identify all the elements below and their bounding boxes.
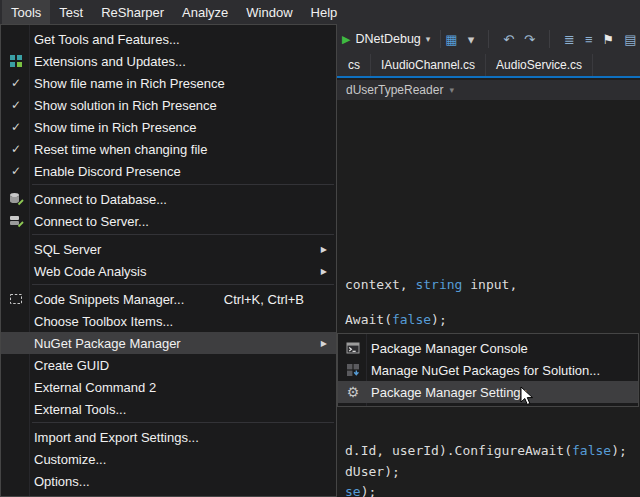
menu-item-label: Options... — [31, 474, 326, 489]
toolbar-icons: ▦▾↶↷≣≡⚑▤ — [445, 30, 636, 48]
menu-item-shortcut: Ctrl+K, Ctrl+B — [224, 292, 304, 307]
debug-dropdown-icon[interactable]: ▦ — [445, 33, 457, 46]
menu-item-label: Show time in Rich Presence — [31, 120, 326, 135]
menu-item-label: Customize... — [31, 452, 326, 467]
checkmark-icon: ✓ — [1, 143, 31, 155]
toolbar-separator — [549, 30, 550, 48]
menu-item-enable-discord-presence[interactable]: ✓Enable Discord Presence — [1, 160, 336, 182]
submenu-item-package-manager-console[interactable]: Package Manager Console — [338, 337, 638, 359]
menu-item-label: Create GUID — [31, 358, 326, 373]
bookmark-window-icon[interactable]: ▤ — [624, 33, 636, 46]
menu-item-label: Enable Discord Presence — [31, 164, 326, 179]
menu-separator — [32, 284, 334, 285]
menu-item-show-file-name-in-rich-presence[interactable]: ✓Show file name in Rich Presence — [1, 72, 336, 94]
comment-icon[interactable]: ≣ — [564, 33, 575, 46]
menu-item-choose-toolbox-items[interactable]: Choose Toolbox Items... — [1, 310, 336, 332]
navigate-forward-icon[interactable]: ↷ — [524, 33, 535, 46]
chevron-down-icon: ▾ — [449, 85, 454, 95]
menu-item-label: Get Tools and Features... — [31, 32, 326, 47]
navbar-member-dropdown[interactable]: dUserTypeReader — [346, 83, 443, 97]
menu-separator — [32, 422, 334, 423]
menu-item-connect-to-database[interactable]: Connect to Database... — [1, 188, 336, 210]
submenu-arrow-icon: ▶ — [321, 245, 327, 254]
toolbar-separator — [440, 30, 441, 48]
tab-audioservice-cs[interactable]: AudioService.cs — [486, 54, 593, 76]
menubar-item-help[interactable]: Help — [302, 0, 347, 24]
console-icon — [338, 341, 368, 355]
menu-item-label: Choose Toolbox Items... — [31, 314, 326, 329]
submenu-item-manage-nuget-packages-for-solution[interactable]: Manage NuGet Packages for Solution... — [338, 359, 638, 381]
menu-item-code-snippets-manager[interactable]: Code Snippets Manager...Ctrl+K, Ctrl+B — [1, 288, 336, 310]
menu-item-show-time-in-rich-presence[interactable]: ✓Show time in Rich Presence — [1, 116, 336, 138]
toolbar-separator — [488, 30, 489, 48]
menubar-item-tools[interactable]: Tools — [2, 0, 50, 24]
menu-item-extensions-and-updates[interactable]: Extensions and Updates... — [1, 50, 336, 72]
extensions-icon — [1, 54, 31, 68]
menu-item-web-code-analysis[interactable]: Web Code Analysis▶ — [1, 260, 336, 282]
menu-item-label: Manage NuGet Packages for Solution... — [368, 363, 628, 378]
nuget-submenu: Package Manager ConsoleManage NuGet Pack… — [337, 333, 639, 407]
uncomment-icon[interactable]: ≡ — [585, 33, 593, 46]
menu-item-label: External Tools... — [31, 402, 326, 417]
menu-item-label: Show solution in Rich Presence — [31, 98, 326, 113]
tools-menu: Get Tools and Features...Extensions and … — [0, 24, 337, 497]
menu-item-external-tools[interactable]: External Tools... — [1, 398, 336, 420]
menu-item-reset-time-when-changing-file[interactable]: ✓Reset time when changing file — [1, 138, 336, 160]
tab-iaudiochannel-cs[interactable]: IAudioChannel.cs — [371, 54, 486, 76]
connect-server-icon — [1, 214, 31, 228]
menubar-item-test[interactable]: Test — [50, 0, 92, 24]
checkmark-icon: ✓ — [1, 121, 31, 133]
menu-item-label: Connect to Database... — [31, 192, 326, 207]
submenu-arrow-icon: ▶ — [321, 339, 327, 348]
menu-item-label: SQL Server — [31, 242, 326, 257]
snippets-icon — [1, 292, 31, 306]
menu-separator — [32, 184, 334, 185]
menu-item-customize[interactable]: Customize... — [1, 448, 336, 470]
menu-item-label: NuGet Package Manager — [31, 336, 326, 351]
menu-item-get-tools-and-features[interactable]: Get Tools and Features... — [1, 28, 336, 50]
menu-item-nuget-package-manager[interactable]: NuGet Package Manager▶ — [1, 332, 336, 354]
tab-cs[interactable]: cs — [338, 54, 371, 76]
menu-item-label: Package Manager Settings — [368, 385, 628, 400]
submenu-item-package-manager-settings[interactable]: ⚙Package Manager Settings — [338, 381, 638, 403]
start-debug-button[interactable]: ▶ DNetDebug ▾ — [342, 32, 430, 46]
bookmark-icon[interactable]: ⚑ — [602, 33, 614, 46]
menubar-item-resharper[interactable]: ReSharper — [92, 0, 173, 24]
menu-item-label: Web Code Analysis — [31, 264, 326, 279]
menu-item-label: Import and Export Settings... — [31, 430, 326, 445]
chevron-down-icon[interactable]: ▾ — [426, 34, 431, 44]
menu-item-sql-server[interactable]: SQL Server▶ — [1, 238, 336, 260]
chevron-down-icon[interactable]: ▾ — [468, 33, 475, 46]
menu-item-label: External Command 2 — [31, 380, 326, 395]
submenu-arrow-icon: ▶ — [321, 267, 327, 276]
debug-target-label: DNetDebug — [355, 32, 420, 46]
menu-item-create-guid[interactable]: Create GUID — [1, 354, 336, 376]
menu-item-connect-to-server[interactable]: Connect to Server... — [1, 210, 336, 232]
menu-separator — [32, 234, 334, 235]
menu-item-label: Reset time when changing file — [31, 142, 326, 157]
navigate-backward-icon[interactable]: ↶ — [503, 33, 514, 46]
menu-item-label: Show file name in Rich Presence — [31, 76, 326, 91]
checkmark-icon: ✓ — [1, 99, 31, 111]
menubar: ToolsTestReSharperAnalyzeWindowHelp — [0, 0, 640, 24]
menu-item-import-and-export-settings[interactable]: Import and Export Settings... — [1, 426, 336, 448]
play-icon: ▶ — [342, 33, 350, 46]
checkmark-icon: ✓ — [1, 77, 31, 89]
menu-item-label: Package Manager Console — [368, 341, 628, 356]
menu-item-external-command-2[interactable]: External Command 2 — [1, 376, 336, 398]
menu-item-options[interactable]: Options... — [1, 470, 336, 492]
menu-item-label: Extensions and Updates... — [31, 54, 326, 69]
menubar-item-window[interactable]: Window — [237, 0, 301, 24]
menu-item-label: Connect to Server... — [31, 214, 326, 229]
menubar-item-analyze[interactable]: Analyze — [173, 0, 237, 24]
connect-database-icon — [1, 192, 31, 206]
menu-item-label: Code Snippets Manager... — [31, 292, 224, 307]
packages-icon — [338, 363, 368, 377]
menu-item-show-solution-in-rich-presence[interactable]: ✓Show solution in Rich Presence — [1, 94, 336, 116]
gear-icon: ⚙ — [338, 385, 368, 399]
checkmark-icon: ✓ — [1, 165, 31, 177]
